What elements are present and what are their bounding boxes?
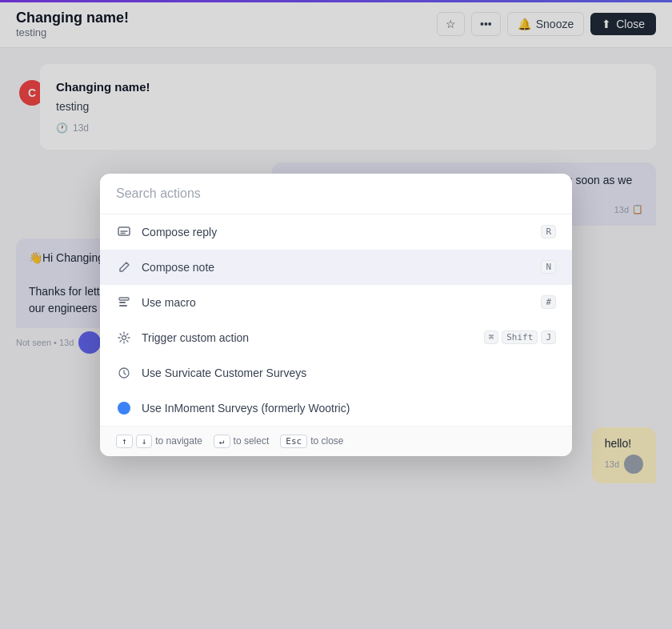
shortcut-r-key: R — [541, 225, 556, 238]
search-bar — [100, 174, 572, 214]
palette-footer: ↑ ↓ to navigate ↵ to select Esc to close — [100, 426, 572, 456]
close-label: to close — [310, 435, 343, 447]
action-use-macro[interactable]: Use macro # — [100, 285, 572, 320]
close-key: Esc — [280, 435, 307, 448]
shortcut-cmd-key: ⌘ — [484, 331, 499, 344]
reply-icon — [116, 224, 132, 240]
survicate-icon — [116, 365, 132, 381]
shortcut-n-key: N — [541, 260, 556, 274]
svg-point-4 — [122, 335, 126, 339]
navigate-label: to navigate — [155, 435, 202, 447]
compose-reply-label: Compose reply — [142, 226, 531, 238]
svg-rect-3 — [119, 305, 127, 306]
action-compose-note[interactable]: Compose note N — [100, 250, 572, 285]
svg-rect-2 — [119, 302, 126, 303]
compose-note-label: Compose note — [142, 261, 531, 274]
shortcut-hash-key: # — [541, 295, 556, 309]
inmoment-label: Use InMoment Surveys (formerly Wootric) — [142, 402, 556, 415]
compose-reply-shortcut: R — [541, 225, 556, 238]
command-palette-overlay[interactable]: Compose reply R Compose note N — [0, 0, 672, 629]
action-inmoment[interactable]: Use InMoment Surveys (formerly Wootric) — [100, 391, 572, 426]
shortcut-j-key: J — [541, 331, 556, 344]
actions-list: Compose reply R Compose note N — [100, 214, 572, 426]
navigate-hint: ↑ ↓ to navigate — [116, 435, 202, 448]
trigger-custom-label: Trigger custom action — [142, 331, 474, 344]
gear-icon — [116, 330, 132, 346]
blue-circle — [118, 402, 130, 415]
command-palette: Compose reply R Compose note N — [100, 174, 572, 456]
svg-rect-1 — [119, 298, 129, 300]
compose-note-shortcut: N — [541, 260, 556, 274]
action-survicate[interactable]: Use Survicate Customer Surveys — [100, 355, 572, 391]
inmoment-icon — [116, 400, 132, 416]
select-key: ↵ — [214, 435, 230, 448]
shortcut-shift-key: Shift — [502, 331, 538, 344]
select-hint: ↵ to select — [214, 435, 269, 448]
pencil-icon — [116, 259, 132, 275]
use-macro-shortcut: # — [541, 295, 556, 309]
use-macro-label: Use macro — [142, 296, 531, 309]
trigger-custom-shortcut: ⌘ Shift J — [484, 331, 556, 344]
select-label: to select — [234, 435, 270, 447]
survicate-label: Use Survicate Customer Surveys — [142, 367, 556, 379]
action-trigger-custom[interactable]: Trigger custom action ⌘ Shift J — [100, 320, 572, 355]
navigate-down-key: ↓ — [136, 435, 153, 448]
close-hint: Esc to close — [280, 435, 343, 448]
action-compose-reply[interactable]: Compose reply R — [100, 214, 572, 250]
search-input[interactable] — [116, 186, 556, 201]
navigate-up-key: ↑ — [116, 435, 133, 448]
macro-icon — [116, 294, 132, 310]
